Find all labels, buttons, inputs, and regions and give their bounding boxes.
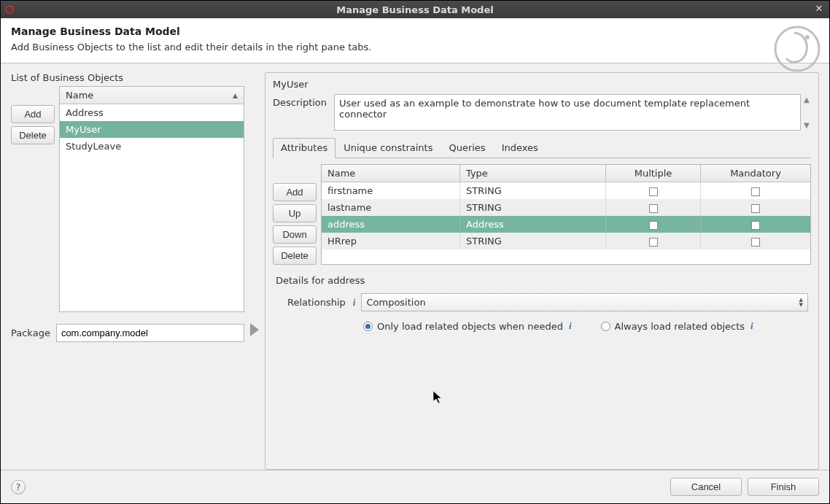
left-pane: List of Business Objects Add Delete Name…: [11, 72, 244, 470]
sort-indicator-icon: ▲: [233, 92, 238, 99]
right-pane: MyUser Description ▲▼ AttributesUnique c…: [265, 72, 819, 470]
col-attr-mandatory: Mandatory: [701, 165, 810, 182]
checkbox-multiple[interactable]: [649, 204, 658, 213]
help-button[interactable]: ?: [11, 480, 26, 495]
attribute-details-section: Details for address Relationship i Compo…: [273, 275, 811, 332]
eager-info-icon[interactable]: i: [751, 320, 753, 332]
attributes-table[interactable]: Name Type Multiple Mandatory firstnameST…: [321, 164, 811, 265]
add-attr-button[interactable]: Add: [273, 183, 317, 201]
cancel-button[interactable]: Cancel: [670, 478, 742, 496]
dialog-footer: ? Cancel Finish: [1, 470, 829, 503]
dialog-header: Manage Business Data Model Add Business …: [1, 18, 829, 63]
select-spinner-icon: ▲▼: [799, 298, 803, 308]
down-attr-button[interactable]: Down: [273, 225, 317, 244]
expand-arrow-icon: [244, 189, 265, 470]
description-spinner-icon[interactable]: ▲▼: [801, 94, 811, 131]
description-label: Description: [273, 94, 327, 108]
radio-lazy-label: Only load related objects when needed: [377, 321, 563, 332]
table-row[interactable]: addressAddress: [322, 216, 810, 233]
relationship-value: Composition: [366, 297, 799, 308]
col-attr-type: Type: [460, 165, 606, 182]
radio-eager-label: Always load related objects: [615, 321, 745, 332]
tab-unique-constraints[interactable]: Unique constraints: [336, 138, 441, 158]
table-row[interactable]: firstnameSTRING: [322, 182, 810, 199]
app-icon: [5, 5, 14, 14]
page-subtitle: Add Business Objects to the list and edi…: [11, 42, 815, 53]
list-item[interactable]: MyUser: [60, 121, 244, 138]
tab-attributes[interactable]: Attributes: [273, 138, 336, 158]
main-content: List of Business Objects Add Delete Name…: [1, 63, 829, 470]
up-attr-button[interactable]: Up: [273, 204, 317, 222]
page-title: Manage Business Data Model: [11, 26, 815, 37]
table-row[interactable]: HRrepSTRING: [322, 233, 810, 249]
details-for-title: Details for address: [276, 275, 808, 286]
detail-tabs: AttributesUnique constraintsQueriesIndex…: [273, 138, 811, 158]
col-attr-name: Name: [322, 165, 460, 182]
svg-point-2: [805, 35, 810, 39]
package-label: Package: [11, 327, 50, 338]
tab-queries[interactable]: Queries: [441, 138, 493, 158]
delete-attr-button[interactable]: Delete: [273, 247, 317, 265]
list-item[interactable]: StudyLeave: [60, 138, 244, 155]
description-input[interactable]: [334, 94, 801, 131]
title-bar: Manage Business Data Model ✕: [1, 1, 829, 18]
close-icon[interactable]: ✕: [813, 3, 825, 15]
tab-indexes[interactable]: Indexes: [494, 138, 546, 158]
finish-button[interactable]: Finish: [748, 478, 819, 496]
dialog-window: Manage Business Data Model ✕ Manage Busi…: [0, 0, 830, 504]
col-name: Name: [66, 90, 93, 101]
checkbox-multiple[interactable]: [649, 238, 658, 247]
delete-object-button[interactable]: Delete: [11, 126, 55, 144]
checkbox-multiple[interactable]: [649, 187, 658, 196]
lazy-info-icon[interactable]: i: [569, 320, 572, 332]
relationship-label: Relationship: [287, 297, 346, 308]
checkbox-mandatory[interactable]: [751, 221, 760, 230]
objects-table-header[interactable]: Name ▲: [60, 87, 244, 104]
add-object-button[interactable]: Add: [11, 105, 55, 123]
attributes-table-header: Name Type Multiple Mandatory: [322, 165, 810, 182]
package-row: Package: [11, 324, 244, 342]
detail-title: MyUser: [273, 79, 811, 90]
table-row[interactable]: lastnameSTRING: [322, 199, 810, 216]
checkbox-mandatory[interactable]: [751, 187, 760, 196]
window-title: Manage Business Data Model: [1, 4, 829, 15]
checkbox-mandatory[interactable]: [751, 204, 760, 213]
checkbox-multiple[interactable]: [649, 221, 658, 230]
radio-lazy-load[interactable]: Only load related objects when needed i: [363, 320, 572, 332]
radio-eager-load[interactable]: Always load related objects i: [601, 320, 753, 332]
list-title: List of Business Objects: [11, 72, 244, 83]
checkbox-mandatory[interactable]: [751, 238, 760, 247]
list-item[interactable]: Address: [60, 104, 244, 121]
relationship-select[interactable]: Composition ▲▼: [361, 293, 808, 311]
relationship-info-icon[interactable]: i: [353, 297, 356, 309]
objects-table[interactable]: Name ▲ AddressMyUserStudyLeave: [59, 86, 244, 312]
package-input[interactable]: [56, 324, 244, 342]
col-attr-multiple: Multiple: [606, 165, 701, 182]
